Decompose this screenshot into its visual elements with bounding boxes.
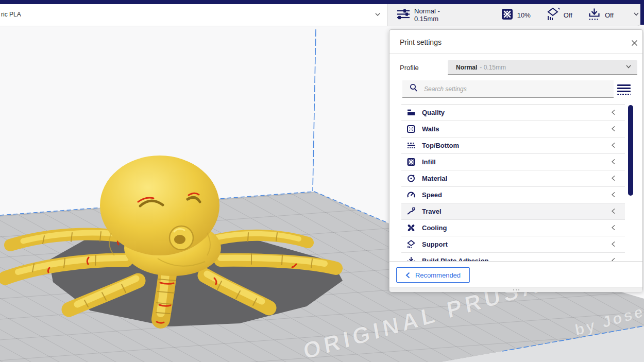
build-plate-adhesion-icon xyxy=(406,256,416,261)
chevron-left-icon xyxy=(611,223,616,233)
profile-dropdown[interactable]: Normal - 0.15mm xyxy=(448,60,637,75)
travel-icon xyxy=(406,207,416,216)
category-row-build-plate-adhesion[interactable]: Build Plate Adhesion xyxy=(401,253,625,261)
chevron-down-icon xyxy=(625,63,632,72)
settings-category-list: Quality Walls Top/Bottom xyxy=(401,104,625,261)
quality-icon xyxy=(406,108,416,117)
configuration-toolbar: ric PLA Normal - 0.15mm xyxy=(0,4,644,26)
material-selector-label: ric PLA xyxy=(1,11,21,18)
cooling-icon xyxy=(406,223,416,232)
category-row-cooling[interactable]: Cooling xyxy=(401,220,625,236)
print-setup-summary[interactable]: Normal - 0.15mm 10% xyxy=(387,4,640,26)
print-settings-panel: Print settings Profile Normal - 0.15mm xyxy=(389,29,643,291)
chevron-down-icon xyxy=(632,10,640,20)
summary-profile-text: Normal - 0.15mm xyxy=(414,7,456,23)
chevron-left-icon xyxy=(405,272,410,279)
search-settings-input[interactable] xyxy=(424,85,614,93)
infill-icon xyxy=(406,158,416,166)
chevron-left-icon xyxy=(611,207,616,216)
category-row-walls[interactable]: Walls xyxy=(401,121,625,137)
profile-dropdown-detail: - 0.15mm xyxy=(480,64,506,71)
search-settings-box xyxy=(402,80,614,98)
summary-support: Off xyxy=(546,8,572,23)
summary-infill: 10% xyxy=(501,8,531,22)
material-icon xyxy=(406,174,416,183)
summary-profile: Normal - 0.15mm xyxy=(397,7,456,23)
profile-label: Profile xyxy=(400,64,419,72)
search-icon xyxy=(409,83,418,94)
speed-icon xyxy=(406,191,416,199)
category-row-support[interactable]: Support xyxy=(401,236,625,253)
category-row-travel[interactable]: Travel xyxy=(401,203,625,220)
chevron-left-icon xyxy=(611,174,616,183)
profile-sliders-icon xyxy=(397,8,410,22)
list-bottom-divider xyxy=(389,261,642,262)
panel-resize-handle[interactable] xyxy=(389,287,642,292)
window-edge-accent-strip xyxy=(640,0,644,25)
recommended-mode-button[interactable]: Recommended xyxy=(396,267,470,283)
summary-adhesion-text: Off xyxy=(605,11,614,19)
walls-icon xyxy=(406,125,416,133)
profile-dropdown-value: Normal xyxy=(456,64,477,71)
chevron-down-icon xyxy=(374,11,381,20)
category-row-top-bottom[interactable]: Top/Bottom xyxy=(401,137,625,154)
panel-header: Print settings xyxy=(389,30,642,54)
adhesion-icon xyxy=(588,8,601,23)
panel-close-button[interactable] xyxy=(628,36,641,49)
chevron-left-icon xyxy=(611,256,616,262)
chevron-left-icon xyxy=(611,158,616,167)
chevron-left-icon xyxy=(611,125,616,134)
summary-adhesion: Off xyxy=(588,8,614,23)
chevron-left-icon xyxy=(611,240,616,249)
window-top-accent-bar xyxy=(0,0,644,4)
chevron-left-icon xyxy=(611,141,616,150)
support-icon xyxy=(406,240,416,249)
category-row-speed[interactable]: Speed xyxy=(401,187,625,203)
top-bottom-icon xyxy=(406,141,416,150)
settings-scrollbar[interactable] xyxy=(628,105,633,196)
infill-icon xyxy=(501,8,513,22)
category-row-infill[interactable]: Infill xyxy=(401,154,625,170)
settings-visibility-menu-icon[interactable] xyxy=(617,83,632,96)
chevron-left-icon xyxy=(611,191,616,200)
chevron-left-icon xyxy=(611,108,616,117)
panel-title: Print settings xyxy=(400,38,442,46)
summary-support-text: Off xyxy=(564,11,572,19)
support-icon xyxy=(546,8,560,23)
material-selector[interactable]: ric PLA xyxy=(0,4,387,26)
category-row-quality[interactable]: Quality xyxy=(401,105,625,121)
category-row-material[interactable]: Material xyxy=(401,170,625,187)
summary-infill-text: 10% xyxy=(517,11,531,19)
